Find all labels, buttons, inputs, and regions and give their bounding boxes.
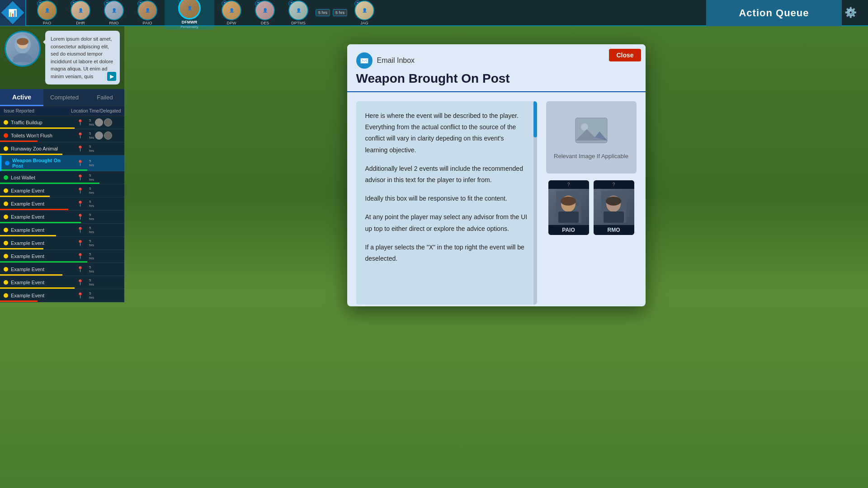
issues-tabs: Active Completed Failed	[0, 89, 124, 106]
logo-diamond-shape: 📊	[1, 1, 24, 24]
advisor-slot-des[interactable]: ? 👤 DES	[249, 0, 281, 25]
location-icon: 📍	[71, 266, 89, 272]
issue-row[interactable]: Example Event📍5hrs	[0, 289, 124, 302]
image-placeholder: Relevant Image If Applicable	[546, 101, 637, 174]
issue-row[interactable]: Toilets Won't Flush📍5hrs	[0, 129, 124, 142]
issue-row[interactable]: Runaway Zoo Animal📍5hrs	[0, 142, 124, 155]
time-delegated: 5hrs	[89, 187, 121, 195]
issue-name: Example Event	[4, 280, 71, 285]
issue-dot	[4, 254, 8, 258]
location-icon: 📍	[71, 132, 89, 139]
modal-advisor-paio[interactable]: ? PAIO	[548, 180, 589, 235]
issue-row[interactable]: Example Event📍5hrs	[0, 250, 124, 263]
issue-progress-bar	[0, 274, 62, 276]
time-delegated: 5hrs	[89, 239, 121, 247]
speech-area: Lorem ipsum dolor sit amet, consectetur …	[0, 26, 124, 89]
issue-progress-bar	[0, 248, 43, 249]
issue-row[interactable]: Traffic Buildup📍5hrs	[0, 116, 124, 129]
location-icon: 📍	[71, 227, 89, 233]
issue-row[interactable]: Example Event📍5hrs	[0, 197, 124, 211]
issue-progress-bar	[0, 183, 99, 184]
time-delegated: 5hrs	[89, 265, 121, 273]
time-delegated: 5hrs	[89, 200, 121, 208]
time-delegated: 5hrs	[89, 131, 121, 140]
issue-row[interactable]: Example Event📍5hrs	[0, 237, 124, 250]
location-icon: 📍	[71, 119, 89, 126]
issue-progress-bar	[0, 196, 50, 197]
time-delegated: 5hrs	[89, 291, 121, 300]
advisor-avatar-rmo: 👤	[104, 0, 124, 20]
issues-list: Traffic Buildup📍5hrsToilets Won't Flush📍…	[0, 116, 124, 302]
svg-rect-11	[558, 211, 579, 223]
advisor-label-dptms: DPTMS	[291, 21, 306, 25]
advisor-slot-dpw[interactable]: ? 👤 DPW	[215, 0, 248, 25]
location-icon: 📍	[71, 279, 89, 286]
location-icon: 📍	[71, 214, 89, 220]
issue-row[interactable]: Example Event📍5hrs	[0, 224, 124, 237]
issues-panel: Active Completed Failed Issue Reported L…	[0, 89, 124, 302]
description-p5: If a player selects the "X" in the top r…	[365, 242, 528, 264]
advisor-card-avatar-rmo	[594, 189, 634, 225]
location-icon: 📍	[71, 145, 89, 152]
advisor-label-dhr: DHR	[76, 21, 85, 25]
issue-row[interactable]: Example Event📍5hrs	[0, 184, 124, 197]
location-icon: 📍	[71, 253, 89, 259]
advisor-avatar-dpw: 👤	[222, 0, 241, 20]
inbox-label-text: Email Inbox	[377, 56, 415, 65]
issue-dot	[4, 267, 8, 272]
issue-dot	[4, 228, 8, 232]
issue-row[interactable]: Example Event📍5hrs	[0, 263, 124, 276]
advisor-avatar-pao: 👤	[37, 0, 57, 20]
logo[interactable]: 📊	[0, 0, 26, 26]
issue-row[interactable]: Weapon Brought On Post📍5hrs	[0, 155, 124, 171]
scroll-indicator	[533, 101, 537, 305]
advisor-slot-dptms[interactable]: ? 👤 DPTMS	[282, 0, 315, 25]
advisor-slot-paio[interactable]: ? 👤 PAIO	[131, 0, 164, 25]
issue-progress-bar	[0, 261, 87, 263]
advisor-slot-dhr[interactable]: ? 👤 DHR	[64, 0, 97, 25]
issue-dot	[4, 188, 8, 193]
issue-row[interactable]: Example Event📍5hrs	[0, 276, 124, 289]
tab-active[interactable]: Active	[0, 89, 43, 106]
description-p3: Ideally this box will be responsive to f…	[365, 193, 528, 204]
issue-progress-bar	[0, 154, 62, 155]
time-delegated: 5hrs	[89, 213, 121, 221]
issue-progress-bar	[0, 127, 75, 129]
location-icon: 📍	[71, 188, 89, 194]
tab-failed[interactable]: Failed	[85, 89, 124, 106]
speech-next-button[interactable]: ▶	[107, 72, 116, 81]
time-delegated: 5hrs	[89, 118, 121, 127]
advisor-slot-dfmwr[interactable]: ? 👤 DFMWR Personality	[165, 0, 214, 30]
advisor-avatar-dptms: 👤	[288, 0, 308, 20]
left-panel: Lorem ipsum dolor sit amet, consectetur …	[0, 26, 124, 488]
description-p2: Additionally level 2 events will include…	[365, 163, 528, 186]
advisor-slot-pao[interactable]: ? 👤 PAO	[31, 0, 63, 25]
issues-header: Issue Reported Location Time/Delegated	[0, 106, 124, 116]
settings-icon[interactable]: ⚙️	[840, 7, 861, 19]
issue-name: Example Event	[4, 253, 71, 259]
event-sidebar: Relevant Image If Applicable ?	[546, 101, 637, 305]
issue-name: Example Event	[4, 240, 71, 246]
action-queue-header: Action Queue	[706, 0, 842, 26]
issue-row[interactable]: Example Event📍5hrs	[0, 211, 124, 224]
advisor-slot-rmo[interactable]: ? 👤 RMO	[98, 0, 130, 25]
issue-row[interactable]: Lost Wallet📍5hrs	[0, 171, 124, 184]
advisor-slot-jag[interactable]: ? 👤 JAG	[348, 0, 381, 25]
issue-progress-bar	[0, 209, 68, 210]
location-icon: 📍	[71, 201, 89, 207]
issue-dot	[4, 215, 8, 219]
issue-progress-bar	[0, 222, 81, 223]
character-avatar	[5, 31, 41, 67]
advisor-avatar-dhr: 👤	[71, 0, 90, 20]
modal-advisor-rmo[interactable]: ? RMO	[594, 180, 634, 235]
issue-name: Example Event	[4, 293, 71, 298]
time-delegated: 5hrs	[89, 226, 121, 234]
tab-completed[interactable]: Completed	[43, 89, 85, 106]
advisor-avatar-des: 👤	[255, 0, 275, 20]
issue-progress-bar	[0, 235, 56, 236]
advisor-label-des: DES	[261, 21, 269, 25]
speech-text: Lorem ipsum dolor sit amet, consectetur …	[51, 36, 113, 79]
scroll-thumb	[533, 101, 537, 137]
svg-rect-15	[604, 211, 624, 223]
close-button[interactable]: Close	[609, 49, 641, 61]
